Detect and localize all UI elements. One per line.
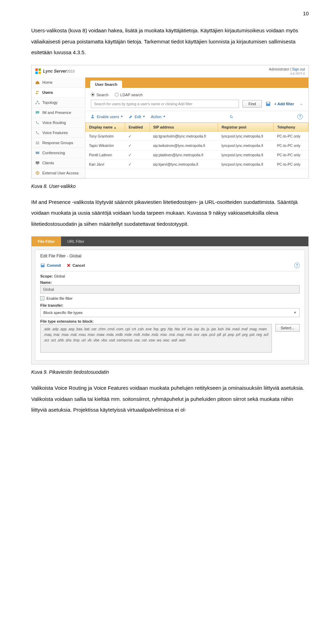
col-display-name[interactable]: Display name ▲ <box>86 123 125 131</box>
topology-icon <box>35 100 40 105</box>
action-menu[interactable]: Action▼ <box>151 115 166 119</box>
extensions-label: File type extensions to block: <box>40 319 300 323</box>
table-row[interactable]: Pentti Laitinen✓sip:plaitinen@lync.metro… <box>86 150 308 159</box>
sidebar-item-topology[interactable]: Topology <box>32 98 85 108</box>
sidebar-label: Response Groups <box>42 141 73 145</box>
col-enabled[interactable]: Enabled <box>125 123 150 131</box>
help-icon[interactable]: ? <box>294 263 300 268</box>
col-telephony[interactable]: Telephony <box>274 123 308 131</box>
radio-label: LDAP search <box>120 93 143 97</box>
svg-rect-2 <box>35 72 38 74</box>
select-button[interactable]: Select... <box>275 324 300 332</box>
svg-point-5 <box>38 91 39 92</box>
paragraph-2: IM and Presence -valikosta löytyvät sään… <box>31 197 309 230</box>
commit-button[interactable]: Commit <box>40 263 61 268</box>
sidebar-item-conferencing[interactable]: Conferencing <box>32 148 85 158</box>
home-icon <box>35 80 40 85</box>
sidebar-item-im[interactable]: IM and Presence <box>32 108 85 118</box>
sidebar: Home Users Topology IM and Presence Voic… <box>32 77 85 178</box>
caption-2: Kuva 9. Pikaviestin tiedostosuodatin <box>31 369 309 375</box>
search-radio[interactable]: Search <box>91 93 109 97</box>
radio-selected-icon <box>91 93 95 97</box>
svg-rect-15 <box>37 164 38 165</box>
save-icon[interactable] <box>265 101 271 107</box>
file-transfer-select[interactable]: Block specific file types ▼ <box>40 308 300 317</box>
toolbar-label: Action <box>151 115 162 119</box>
table-row[interactable]: Tapio Wikström✓sip:twikstrom@lync.metrop… <box>86 141 308 150</box>
phone-route-icon <box>35 120 40 125</box>
name-input[interactable]: Global <box>40 285 300 294</box>
paragraph-1: Users-valikosta (kuva 8) voidaan hakea, … <box>31 25 309 58</box>
toolbar: Enable users▼ Edit▼ Action▼ ? <box>85 111 308 123</box>
cell-pool: lyncpool.lync.metropolia.fi <box>218 131 273 141</box>
phone-icon <box>35 130 40 135</box>
svg-rect-13 <box>36 151 40 154</box>
svg-point-11 <box>38 141 39 143</box>
sidebar-label: Conferencing <box>42 151 65 155</box>
svg-rect-1 <box>39 68 41 71</box>
cell-pool: lyncpool.lync.metropolia.fi <box>218 159 273 169</box>
commit-label: Commit <box>47 263 61 267</box>
expand-chevron-icon[interactable]: ⌄ <box>300 101 303 106</box>
svg-rect-3 <box>39 72 41 74</box>
admin-label: Administrator <box>269 67 289 71</box>
cell-telephony: PC-to-PC only <box>274 150 308 159</box>
sidebar-item-home[interactable]: Home <box>32 77 85 88</box>
enable-users-menu[interactable]: Enable users▼ <box>91 114 123 119</box>
enable-checkbox[interactable]: ✓ Enable file filter <box>40 296 300 300</box>
sidebar-item-voice-routing[interactable]: Voice Routing <box>32 118 85 128</box>
cell-enabled: ✓ <box>125 159 150 169</box>
cell-sip: sip:tgranholm@lync.metropolia.fi <box>150 131 218 141</box>
svg-rect-0 <box>35 68 38 71</box>
svg-point-10 <box>36 141 37 143</box>
tab-user-search[interactable]: User Search <box>90 81 122 88</box>
sidebar-item-external[interactable]: External User Access <box>32 168 85 178</box>
find-button[interactable]: Find <box>242 100 262 108</box>
users-icon <box>35 90 40 95</box>
add-filter-link[interactable]: + Add filter <box>274 102 294 106</box>
sidebar-label: External User Access <box>42 171 79 175</box>
chat-icon <box>35 110 40 115</box>
table-row[interactable]: Tony Granholm✓sip:tgranholm@lync.metropo… <box>86 131 308 141</box>
cell-telephony: PC-to-PC only <box>274 159 308 169</box>
radio-label: Search <box>96 93 109 97</box>
enable-label: Enable file filter <box>46 296 72 300</box>
help-icon[interactable]: ? <box>297 114 303 119</box>
sidebar-label: Voice Routing <box>42 121 66 125</box>
cell-enabled: ✓ <box>125 150 150 159</box>
svg-rect-14 <box>36 161 40 164</box>
svg-rect-21 <box>42 264 44 265</box>
sidebar-label: IM and Presence <box>42 110 71 115</box>
cancel-button[interactable]: Cancel <box>67 263 85 267</box>
sidebar-item-voice-features[interactable]: Voice Features <box>32 128 85 138</box>
ldap-radio[interactable]: LDAP search <box>115 93 143 97</box>
sidebar-label: Topology <box>42 100 58 105</box>
cell-name: Tony Granholm <box>86 131 125 141</box>
refresh-button[interactable] <box>229 114 234 119</box>
conference-icon <box>35 150 40 155</box>
col-pool[interactable]: Registrar pool <box>218 123 273 131</box>
cell-sip: sip:plaitinen@lync.metropolia.fi <box>150 150 218 159</box>
sidebar-item-response-groups[interactable]: Response Groups <box>32 138 85 148</box>
select-value: Block specific file types <box>43 311 83 315</box>
sign-out-link[interactable]: Sign out <box>292 67 305 71</box>
search-input[interactable]: Search for users by typing a user's name… <box>91 100 239 108</box>
users-table: Display name ▲ Enabled SIP address Regis… <box>85 123 308 169</box>
tab-url-filter[interactable]: URL Filter <box>61 237 91 246</box>
radio-icon <box>115 93 119 97</box>
edit-icon <box>129 114 133 119</box>
cell-pool: lyncpool.lync.metropolia.fi <box>218 141 273 150</box>
refresh-icon <box>229 114 234 119</box>
sidebar-item-clients[interactable]: Clients <box>32 158 85 168</box>
toolbar-label: Edit <box>135 115 141 119</box>
edit-menu[interactable]: Edit▼ <box>129 114 145 119</box>
lync-logo-icon <box>35 68 41 74</box>
sidebar-item-users[interactable]: Users <box>32 88 85 98</box>
tab-file-filter[interactable]: File Filter <box>32 237 61 246</box>
chevron-down-icon: ▼ <box>293 311 297 314</box>
toolbar-label: Enable users <box>97 115 119 119</box>
name-label: Name: <box>40 280 300 284</box>
svg-rect-9 <box>36 111 40 113</box>
table-row[interactable]: Kari Järvi✓sip:kjarvi@lync.metropolia.fi… <box>86 159 308 169</box>
col-sip[interactable]: SIP address <box>150 123 218 131</box>
